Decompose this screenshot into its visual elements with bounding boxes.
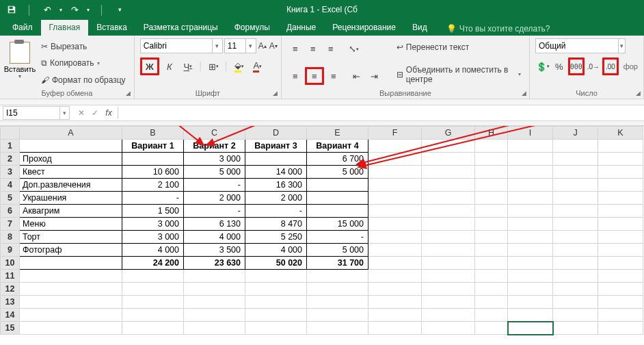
cell[interactable] — [508, 179, 553, 192]
cell[interactable] — [122, 309, 184, 322]
cell[interactable] — [475, 205, 508, 218]
cell[interactable] — [553, 309, 598, 322]
cell[interactable] — [20, 270, 122, 283]
cell[interactable] — [307, 205, 368, 218]
row-header[interactable]: 11 — [1, 270, 20, 283]
cell[interactable] — [422, 244, 475, 257]
cell[interactable] — [553, 205, 598, 218]
cell[interactable] — [422, 270, 475, 283]
cell[interactable] — [598, 296, 643, 309]
font-dialog-launcher[interactable]: ◢ — [271, 89, 280, 97]
wrap-text-button[interactable]: ↩Перенести текст — [394, 41, 524, 53]
col-header[interactable]: A — [20, 127, 122, 140]
cell[interactable]: Доп.развлечения — [20, 179, 122, 192]
cell[interactable]: Торт — [20, 231, 122, 244]
cell[interactable] — [368, 166, 422, 179]
align-bottom-icon[interactable]: ≡ — [323, 42, 339, 57]
cell[interactable] — [368, 192, 422, 205]
cell[interactable] — [553, 218, 598, 231]
thousands-separator-button[interactable]: 000 — [568, 58, 585, 75]
align-middle-icon[interactable]: ≡ — [305, 42, 321, 57]
cancel-formula-icon[interactable]: ✕ — [75, 108, 88, 118]
tell-me-search[interactable]: 💡 Что вы хотите сделать? — [442, 22, 554, 36]
tab-review[interactable]: Рецензирование — [324, 20, 404, 36]
row-header[interactable]: 8 — [1, 231, 20, 244]
cell[interactable]: 6 700 — [307, 153, 368, 166]
namebox-dropdown-icon[interactable]: ▾ — [59, 107, 69, 119]
cell[interactable]: 4 000 — [122, 244, 184, 257]
cell[interactable] — [508, 296, 553, 309]
cell[interactable] — [422, 179, 475, 192]
cell[interactable] — [553, 322, 598, 335]
cell[interactable] — [553, 153, 598, 166]
cell[interactable]: 10 600 — [122, 166, 184, 179]
cell[interactable] — [307, 192, 368, 205]
cell[interactable] — [475, 140, 508, 153]
cell[interactable] — [598, 309, 643, 322]
cell[interactable]: Проход — [20, 153, 122, 166]
cell[interactable] — [475, 244, 508, 257]
cell[interactable] — [508, 257, 553, 270]
cell[interactable] — [184, 322, 245, 335]
cell[interactable] — [422, 283, 475, 296]
cell[interactable] — [422, 296, 475, 309]
fill-color-button[interactable]: ⬙▾ — [231, 59, 247, 74]
decrease-decimal-icon[interactable]: .00 — [602, 58, 619, 75]
cell[interactable]: 3 000 — [184, 153, 245, 166]
percent-format-icon[interactable]: % — [552, 59, 566, 74]
cell[interactable] — [368, 309, 422, 322]
cell[interactable] — [368, 244, 422, 257]
cell[interactable]: Вариант 3 — [245, 140, 307, 153]
cell[interactable] — [475, 192, 508, 205]
cell[interactable]: - — [184, 205, 245, 218]
cell[interactable]: 15 000 — [307, 218, 368, 231]
cell[interactable] — [598, 205, 643, 218]
cell[interactable]: 5 000 — [307, 166, 368, 179]
alignment-dialog-launcher[interactable]: ◢ — [520, 89, 528, 97]
cell[interactable] — [553, 140, 598, 153]
save-icon[interactable] — [4, 2, 19, 17]
cell[interactable] — [475, 322, 508, 335]
cell[interactable] — [122, 322, 184, 335]
decrease-indent-icon[interactable]: ⇤ — [349, 68, 365, 84]
cell[interactable] — [553, 179, 598, 192]
italic-button[interactable]: К — [161, 59, 178, 74]
cell[interactable] — [508, 283, 553, 296]
accounting-format-icon[interactable]: 💲▾ — [535, 59, 550, 74]
col-header[interactable]: J — [553, 127, 598, 140]
redo-icon[interactable]: ↷ — [67, 2, 82, 17]
row-header[interactable]: 5 — [1, 192, 20, 205]
cell[interactable] — [368, 153, 422, 166]
cell[interactable] — [307, 283, 368, 296]
cell[interactable] — [508, 140, 553, 153]
cell[interactable] — [184, 309, 245, 322]
cell[interactable] — [245, 309, 307, 322]
cell[interactable] — [475, 257, 508, 270]
row-header[interactable]: 2 — [1, 153, 20, 166]
cell[interactable]: 4 000 — [184, 231, 245, 244]
cell[interactable]: - — [245, 205, 307, 218]
cell[interactable] — [307, 179, 368, 192]
cell[interactable]: Вариант 1 — [122, 140, 184, 153]
cell[interactable] — [307, 322, 368, 335]
cell[interactable]: Аквагрим — [20, 205, 122, 218]
row-header[interactable]: 15 — [1, 322, 20, 335]
increase-indent-icon[interactable]: ⇥ — [366, 68, 383, 84]
cell[interactable] — [475, 166, 508, 179]
cell[interactable] — [598, 283, 643, 296]
cell[interactable] — [598, 257, 643, 270]
cell[interactable] — [508, 153, 553, 166]
cell[interactable] — [553, 166, 598, 179]
font-color-button[interactable]: A▾ — [250, 59, 266, 74]
cell[interactable] — [508, 322, 553, 335]
cell[interactable]: - — [122, 192, 184, 205]
cell[interactable]: 5 250 — [245, 231, 307, 244]
cell[interactable] — [475, 218, 508, 231]
formula-bar[interactable] — [118, 107, 644, 119]
align-right-icon[interactable]: ≡ — [325, 68, 342, 84]
cell[interactable] — [184, 296, 245, 309]
cell[interactable]: Вариант 2 — [184, 140, 245, 153]
tab-home[interactable]: Главная — [41, 20, 89, 36]
cell[interactable]: - — [184, 179, 245, 192]
cell[interactable] — [368, 179, 422, 192]
